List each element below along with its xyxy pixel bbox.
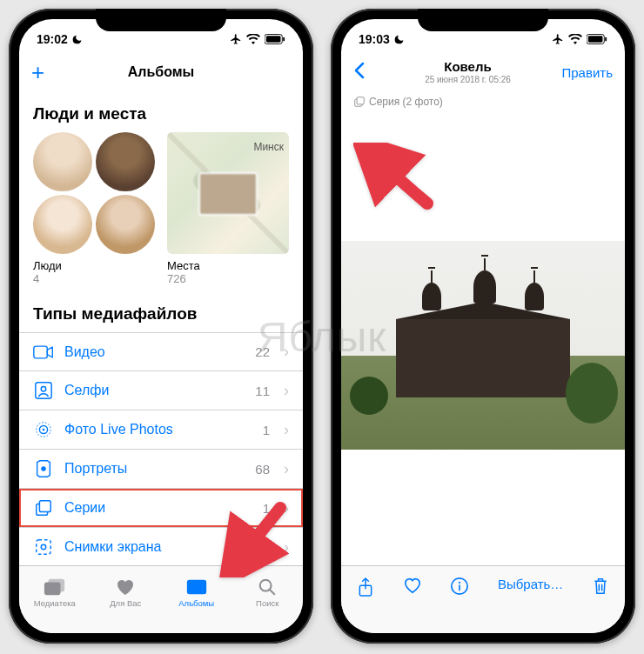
status-time: 19:03: [359, 32, 390, 46]
nav-bar: Ковель 25 июня 2018 г. 05:26 Править: [341, 54, 625, 90]
nav-title: Ковель 25 июня 2018 г. 05:26: [379, 60, 556, 84]
svg-rect-15: [48, 579, 64, 592]
svg-point-5: [41, 386, 46, 391]
photo-viewer[interactable]: [341, 90, 625, 565]
svg-rect-16: [187, 580, 206, 595]
church-photo: [341, 241, 625, 450]
svg-point-13: [41, 544, 46, 550]
wifi-icon: [246, 34, 260, 44]
media-type-video[interactable]: Видео 22 ›: [19, 333, 303, 371]
people-label: Люди: [33, 259, 155, 272]
chevron-right-icon: ›: [284, 499, 289, 517]
svg-point-25: [459, 582, 460, 584]
nav-bar: + Альбомы: [19, 54, 303, 90]
do-not-disturb-icon: [71, 34, 83, 45]
media-type-screenshot[interactable]: Снимки экрана 305 ›: [19, 528, 303, 565]
svg-rect-20: [605, 37, 607, 42]
row-count: 68: [255, 462, 270, 477]
battery-icon: [265, 34, 285, 44]
trash-button[interactable]: [592, 577, 609, 599]
tab-search[interactable]: Поиск: [232, 566, 304, 619]
media-type-burst[interactable]: Серии 1 ›: [19, 489, 303, 528]
row-count: 305: [248, 540, 270, 555]
phone-right: 19:03 Ковель 25 июня 2018 г. 05:26 Прави…: [331, 9, 635, 644]
svg-rect-4: [36, 383, 51, 398]
places-count: 726: [167, 272, 289, 285]
photo-toolbar: Выбрать…: [341, 565, 625, 633]
svg-rect-12: [37, 540, 51, 555]
edit-button[interactable]: Править: [556, 65, 613, 80]
chevron-right-icon: ›: [284, 538, 289, 557]
tab-label: Поиск: [256, 598, 278, 608]
status-time: 19:02: [37, 32, 68, 46]
tab-label: Альбомы: [178, 598, 214, 608]
row-label: Фото Live Photos: [64, 422, 252, 437]
album-places[interactable]: Минск Места 726: [167, 132, 289, 285]
portrait-icon: [33, 459, 54, 478]
nav-title: Альбомы: [57, 64, 265, 80]
svg-point-9: [41, 466, 46, 471]
phone-left: 19:02 + Альбомы Люди и места: [9, 9, 313, 644]
foryou-icon: [115, 577, 136, 597]
face-thumbnail: [33, 195, 92, 254]
row-count: 1: [263, 501, 270, 516]
chevron-right-icon: ›: [284, 343, 289, 361]
add-button[interactable]: +: [31, 59, 57, 86]
livephoto-icon: [33, 420, 54, 439]
chevron-right-icon: ›: [284, 460, 289, 478]
burst-icon: [33, 498, 54, 517]
map-mini-photo: [198, 172, 258, 216]
row-label: Селфи: [64, 383, 245, 398]
media-type-livephoto[interactable]: Фото Live Photos 1 ›: [19, 410, 303, 450]
row-label: Видео: [64, 344, 245, 360]
face-thumbnail: [96, 132, 155, 191]
albums-icon: [185, 577, 208, 597]
svg-rect-1: [266, 36, 281, 42]
chevron-right-icon: ›: [284, 382, 289, 400]
album-people[interactable]: Люди 4: [33, 132, 155, 285]
svg-point-8: [43, 429, 45, 431]
wifi-icon: [568, 34, 582, 44]
svg-rect-3: [34, 346, 47, 358]
search-icon: [258, 577, 277, 597]
people-count: 4: [33, 272, 155, 285]
media-type-portrait[interactable]: Портреты 68 ›: [19, 450, 303, 489]
screenshot-icon: [33, 537, 54, 557]
tab-library[interactable]: Медиатека: [19, 566, 91, 619]
notch: [418, 9, 548, 31]
video-icon: [33, 344, 54, 360]
airplane-icon: [552, 33, 564, 45]
library-icon: [44, 577, 66, 597]
row-count: 1: [263, 423, 270, 437]
chevron-right-icon: ›: [284, 421, 289, 439]
media-type-selfie[interactable]: Селфи 11 ›: [19, 371, 303, 410]
face-thumbnail: [33, 132, 92, 191]
info-button[interactable]: [450, 577, 469, 599]
share-button[interactable]: [357, 577, 374, 601]
svg-rect-2: [283, 37, 285, 42]
row-label: Серии: [64, 500, 252, 516]
tab-albums[interactable]: Альбомы: [161, 566, 232, 619]
row-count: 11: [255, 384, 270, 398]
map-city-label: Минск: [253, 141, 284, 153]
tab-label: Для Вас: [110, 598, 141, 608]
select-button[interactable]: Выбрать…: [498, 577, 563, 591]
places-label: Места: [167, 259, 289, 272]
row-label: Снимки экрана: [64, 539, 238, 555]
tab-label: Медиатека: [34, 598, 76, 608]
svg-rect-11: [39, 501, 50, 512]
tab-foryou[interactable]: Для Вас: [91, 566, 162, 619]
svg-rect-19: [588, 36, 603, 42]
section-people-places-header: Люди и места: [19, 90, 303, 132]
airplane-icon: [230, 33, 242, 45]
do-not-disturb-icon: [393, 34, 405, 45]
heart-button[interactable]: [403, 577, 422, 597]
row-count: 22: [255, 344, 270, 359]
back-button[interactable]: [353, 60, 379, 84]
section-media-types-header: Типы медиафайлов: [19, 290, 303, 332]
selfie-icon: [33, 381, 54, 400]
row-label: Портреты: [64, 461, 245, 477]
battery-icon: [587, 34, 607, 44]
face-thumbnail: [96, 195, 155, 254]
notch: [96, 9, 226, 31]
